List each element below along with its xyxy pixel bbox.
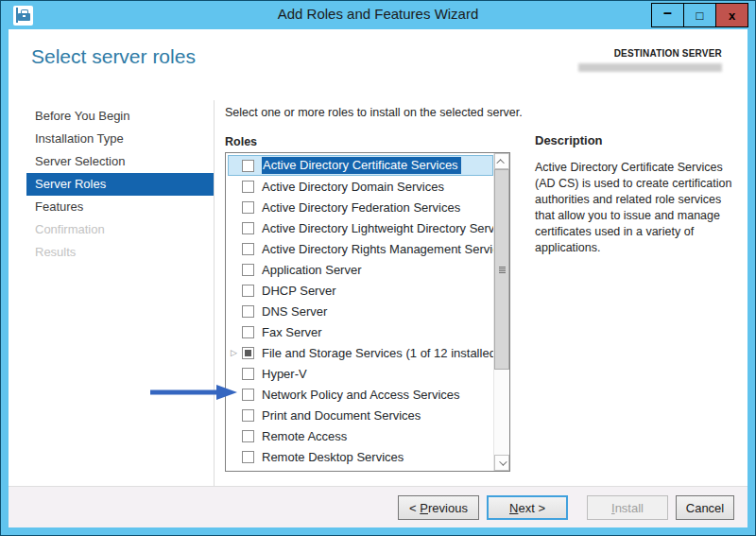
next-button[interactable]: Next > [487, 495, 568, 520]
cancel-button[interactable]: Cancel [676, 495, 734, 520]
checkbox-unchecked[interactable] [242, 160, 254, 172]
sidebar-item-confirmation: Confirmation [26, 218, 214, 241]
checkbox-unchecked[interactable] [242, 264, 254, 276]
role-row-hyper-v[interactable]: Hyper-V [228, 363, 493, 384]
checkbox-unchecked[interactable] [242, 451, 254, 463]
sidebar-item-server-roles[interactable]: Server Roles [26, 173, 214, 196]
close-button[interactable]: x [715, 3, 748, 27]
checkbox-unchecked[interactable] [242, 430, 254, 442]
window-title: Add Roles and Features Wizard [278, 6, 479, 22]
destination-server-block: DESTINATION SERVER [578, 48, 722, 72]
checkbox-unchecked[interactable] [242, 326, 254, 338]
checkbox-unchecked[interactable] [242, 222, 254, 234]
description-title: Description [535, 133, 737, 147]
previous-button[interactable]: < Previous [398, 495, 479, 520]
checkbox-unchecked[interactable] [242, 181, 254, 193]
checkbox-unchecked[interactable] [242, 409, 254, 422]
role-row-print-and-document-services[interactable]: Print and Document Services [228, 405, 493, 425]
scroll-up-button[interactable] [494, 153, 509, 169]
role-row-remote-desktop-services[interactable]: Remote Desktop Services [228, 446, 493, 467]
sidebar-item-features[interactable]: Features [26, 196, 214, 218]
destination-server-label: DESTINATION SERVER [578, 48, 722, 59]
minimize-button[interactable]: – [651, 3, 684, 27]
role-row-file-and-storage-services[interactable]: ▷ File and Storage Services (1 of 12 ins… [228, 342, 493, 363]
maximize-button[interactable]: □ [683, 3, 716, 27]
sidebar-item-before-you-begin[interactable]: Before You Begin [26, 105, 214, 128]
scrollbar-thumb[interactable] [494, 169, 509, 370]
install-button[interactable]: Install [587, 495, 668, 520]
sidebar-item-installation-type[interactable]: Installation Type [26, 128, 214, 150]
role-row-fax-server[interactable]: Fax Server [228, 321, 493, 342]
footer-bar: < Previous Next > Install Cancel [9, 486, 747, 527]
checkbox-unchecked[interactable] [242, 368, 254, 380]
checkbox-unchecked[interactable] [242, 389, 254, 401]
wizard-icon [13, 6, 33, 26]
role-row-network-policy-and-access-services[interactable]: Network Policy and Access Services [228, 384, 493, 405]
page-title: Select server roles [31, 45, 196, 68]
chevron-down-icon [499, 458, 507, 465]
role-row-dns-server[interactable]: DNS Server [228, 301, 493, 321]
checkbox-unchecked[interactable] [242, 243, 254, 255]
role-row-ad-domain-services[interactable]: Active Directory Domain Services [228, 176, 493, 197]
checkbox-unchecked[interactable] [242, 305, 254, 318]
scrollbar-grip-icon [499, 267, 506, 274]
wizard-steps-nav: Before You Begin Installation Type Serve… [26, 105, 214, 264]
wizard-window: Add Roles and Features Wizard – □ x Sele… [0, 0, 756, 536]
expander-icon[interactable]: ▷ [229, 349, 242, 357]
role-row-remote-access[interactable]: Remote Access [228, 425, 493, 446]
roles-list-viewport: Active Directory Certificate Services Ac… [226, 153, 493, 471]
checkbox-unchecked[interactable] [242, 285, 254, 297]
titlebar: Add Roles and Features Wizard – □ x [1, 1, 755, 29]
description-text: Active Directory Certificate Services (A… [535, 160, 737, 256]
sidebar-item-server-selection[interactable]: Server Selection [26, 150, 214, 173]
checkbox-unchecked[interactable] [242, 201, 254, 214]
roles-list-label: Roles [225, 135, 257, 148]
role-row-application-server[interactable]: Application Server [228, 259, 493, 280]
role-row-ad-lightweight-directory-services[interactable]: Active Directory Lightweight Directory S… [228, 217, 493, 238]
role-row-ad-rights-management-services[interactable]: Active Directory Rights Management Servi… [228, 238, 493, 259]
destination-server-redacted [578, 63, 722, 72]
instruction-text: Select one or more roles to install on t… [225, 106, 523, 119]
sidebar-item-results: Results [26, 241, 214, 264]
roles-listbox: Active Directory Certificate Services Ac… [225, 152, 510, 472]
sidebar-divider [214, 100, 215, 490]
chevron-up-icon [496, 159, 504, 166]
description-panel: Description Active Directory Certificate… [535, 133, 737, 256]
wizard-content: Select server roles DESTINATION SERVER B… [9, 29, 747, 527]
roles-scrollbar[interactable] [493, 153, 509, 471]
role-row-ad-federation-services[interactable]: Active Directory Federation Services [228, 197, 493, 217]
role-row-ad-certificate-services[interactable]: Active Directory Certificate Services [228, 155, 493, 176]
checkbox-indeterminate[interactable] [242, 347, 254, 359]
role-row-dhcp-server[interactable]: DHCP Server [228, 280, 493, 301]
scroll-down-button[interactable] [494, 455, 509, 471]
